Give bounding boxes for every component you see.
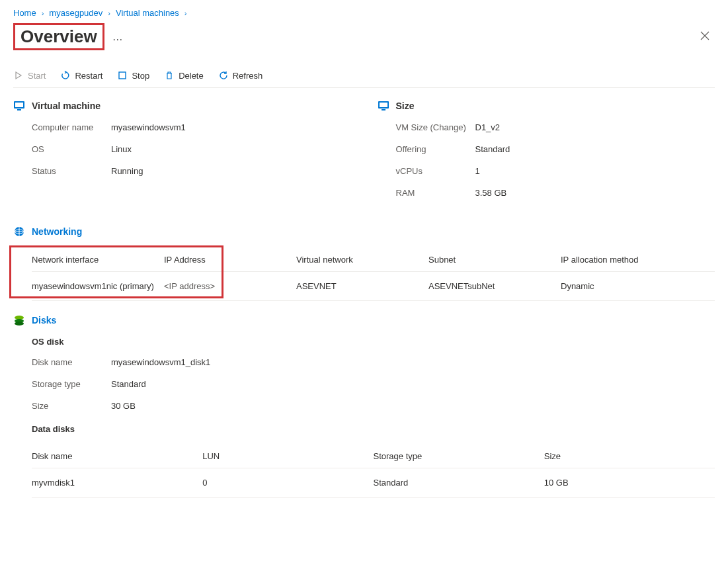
close-button[interactable] bbox=[695, 27, 715, 46]
os-disk-size-value: 30 GB bbox=[111, 401, 136, 411]
change-link[interactable]: Change bbox=[433, 122, 464, 132]
monitor-icon bbox=[13, 100, 25, 112]
col-storage: Storage type bbox=[374, 445, 544, 468]
os-disk-name-value: myasewindowsvm1_disk1 bbox=[111, 357, 210, 367]
os-disk-size-label: Size bbox=[32, 401, 111, 411]
breadcrumb-device[interactable]: myasegpudev bbox=[49, 8, 102, 18]
col-size: Size bbox=[544, 445, 715, 468]
os-disk-storage-label: Storage type bbox=[32, 379, 111, 389]
offering-label: Offering bbox=[396, 144, 475, 154]
more-icon[interactable]: … bbox=[112, 31, 124, 43]
size-section-title: Size bbox=[396, 101, 415, 111]
breadcrumb: Home › myasegpudev › Virtual machines › bbox=[13, 8, 715, 18]
chevron-right-icon: › bbox=[42, 9, 44, 17]
col-ip: IP Address bbox=[164, 248, 296, 272]
data-disks-subtitle: Data disks bbox=[32, 424, 715, 434]
restart-icon bbox=[60, 70, 71, 81]
data-disk-lun: 0 bbox=[202, 468, 373, 498]
ram-value: 3.58 GB bbox=[475, 188, 507, 198]
delete-button[interactable]: Delete bbox=[164, 70, 204, 81]
col-subnet: Subnet bbox=[428, 248, 561, 272]
svg-rect-2 bbox=[15, 103, 23, 107]
restart-button[interactable]: Restart bbox=[60, 70, 102, 81]
status-label: Status bbox=[32, 166, 111, 176]
data-disks-table: Disk name LUN Storage type Size myvmdisk… bbox=[32, 445, 715, 498]
disks-section: Disks OS disk Disk namemyasewindowsvm1_d… bbox=[13, 314, 715, 498]
breadcrumb-vms[interactable]: Virtual machines bbox=[116, 8, 179, 18]
disks-title[interactable]: Disks bbox=[32, 315, 56, 326]
vcpus-value: 1 bbox=[475, 166, 480, 176]
status-value: Running bbox=[111, 166, 143, 176]
os-label: OS bbox=[32, 144, 111, 154]
chevron-right-icon: › bbox=[108, 9, 110, 17]
computer-name-value: myasewindowsvm1 bbox=[111, 122, 186, 132]
svg-rect-0 bbox=[119, 72, 126, 79]
stop-icon bbox=[117, 70, 128, 81]
col-alloc: IP allocation method bbox=[561, 248, 715, 272]
ram-label: RAM bbox=[396, 188, 475, 198]
data-disk-name: myvmdisk1 bbox=[32, 468, 202, 498]
nic-value: myasewindowsvm1nic (primary) bbox=[32, 272, 164, 301]
networking-table: Network interface IP Address Virtual net… bbox=[32, 248, 715, 301]
breadcrumb-home[interactable]: Home bbox=[13, 8, 36, 18]
col-disk-name: Disk name bbox=[32, 445, 202, 468]
close-icon bbox=[700, 31, 709, 40]
vnet-value: ASEVNET bbox=[296, 272, 428, 301]
subnet-value: ASEVNETsubNet bbox=[428, 272, 561, 301]
col-nic: Network interface bbox=[32, 248, 164, 272]
os-disk-name-label: Disk name bbox=[32, 357, 111, 367]
computer-name-label: Computer name bbox=[32, 122, 111, 132]
disks-icon bbox=[13, 314, 25, 326]
networking-title[interactable]: Networking bbox=[32, 226, 82, 237]
data-disk-size: 10 GB bbox=[544, 468, 715, 498]
page-header: Overview … bbox=[13, 23, 715, 50]
refresh-icon bbox=[218, 70, 229, 81]
play-icon bbox=[13, 70, 24, 81]
svg-rect-5 bbox=[380, 103, 387, 107]
networking-section: Networking Network interface IP Address … bbox=[13, 226, 715, 301]
stop-button[interactable]: Stop bbox=[117, 70, 149, 81]
col-vnet: Virtual network bbox=[296, 248, 428, 272]
page-title: Overview bbox=[20, 26, 97, 46]
table-row: myvmdisk1 0 Standard 10 GB bbox=[32, 468, 715, 498]
size-section: Size VM Size (Change) D1_v2 OfferingStan… bbox=[378, 100, 715, 210]
svg-rect-6 bbox=[382, 109, 385, 110]
svg-point-11 bbox=[15, 322, 24, 326]
refresh-button[interactable]: Refresh bbox=[218, 70, 263, 81]
os-value: Linux bbox=[111, 144, 132, 154]
os-disk-storage-value: Standard bbox=[111, 379, 146, 389]
network-icon bbox=[13, 226, 25, 238]
col-lun: LUN bbox=[202, 445, 373, 468]
data-disk-storage: Standard bbox=[374, 468, 544, 498]
table-row: myasewindowsvm1nic (primary) <IP address… bbox=[32, 272, 715, 301]
chevron-right-icon: › bbox=[184, 9, 187, 17]
os-disk-subtitle: OS disk bbox=[32, 337, 715, 347]
vm-section-title: Virtual machine bbox=[32, 101, 101, 111]
ip-value: <IP address> bbox=[164, 272, 296, 301]
svg-rect-3 bbox=[17, 109, 21, 110]
page-title-highlight: Overview bbox=[13, 23, 104, 50]
alloc-value: Dynamic bbox=[561, 272, 715, 301]
toolbar: Start Restart Stop Delete Refresh bbox=[13, 64, 715, 88]
offering-value: Standard bbox=[475, 144, 510, 154]
vmsize-value: D1_v2 bbox=[475, 122, 501, 132]
delete-icon bbox=[164, 70, 175, 81]
start-button: Start bbox=[13, 70, 46, 81]
vmsize-label: VM Size (Change) bbox=[396, 122, 475, 132]
vm-section: Virtual machine Computer namemyasewindow… bbox=[13, 100, 351, 210]
vcpus-label: vCPUs bbox=[396, 166, 475, 176]
monitor-icon bbox=[378, 100, 389, 112]
